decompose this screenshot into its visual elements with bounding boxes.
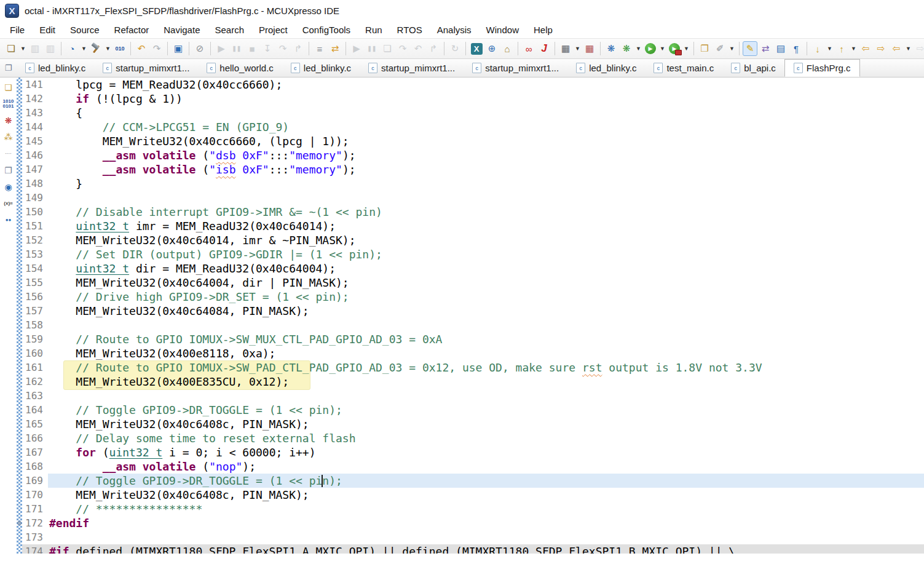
instruction-stepping-button[interactable]: ≡ <box>312 41 327 56</box>
line-number[interactable]: 146 <box>22 148 48 162</box>
line-number[interactable]: 165 <box>22 417 48 431</box>
clock-dropdown[interactable]: ▼ <box>80 41 88 56</box>
show-whitespace-button[interactable]: ¶ <box>789 41 804 56</box>
annotation-ruler[interactable] <box>17 77 22 554</box>
code-text[interactable]: MEM_WriteU32(0x40c64004, dir | PIN_MASK)… <box>48 276 924 290</box>
line-number[interactable]: 144 <box>22 120 48 134</box>
menu-item-project[interactable]: Project <box>251 23 295 37</box>
clock-button[interactable]: ◔ <box>65 41 79 56</box>
step-return2-button[interactable]: ↱ <box>426 41 441 56</box>
menu-item-navigate[interactable]: Navigate <box>156 23 207 37</box>
code-text[interactable]: } <box>48 177 924 191</box>
line-number[interactable]: 163 <box>22 389 48 403</box>
line-number[interactable]: 171 <box>22 502 48 516</box>
restore-view2-icon[interactable]: ❐ <box>1 164 16 177</box>
tab-startup_mimxrt1-[interactable]: cstartup_mimxrt1... <box>464 59 567 77</box>
line-number[interactable]: 162 <box>22 375 48 389</box>
code-text[interactable]: MEM_WriteU32(0x40cc6660, (lpcg | 1)); <box>48 134 924 148</box>
last-edit-location-button[interactable]: ▤ <box>773 41 788 56</box>
flash-chip-dropdown[interactable]: ▼ <box>574 41 582 56</box>
terminate-button[interactable]: ■ <box>245 41 259 56</box>
suspend-button[interactable]: ❚❚ <box>229 41 244 56</box>
build-hammer-button[interactable] <box>89 41 103 56</box>
back-button[interactable]: ⇦ <box>889 41 904 56</box>
peripherals-hierarchy-icon[interactable]: ⁂ <box>1 130 16 144</box>
menu-item-run[interactable]: Run <box>358 23 390 37</box>
quickstart-power-icon[interactable]: ◉ <box>1 180 16 194</box>
tab-bl_api-c[interactable]: cbl_api.c <box>722 59 784 77</box>
previous-annotation-dropdown[interactable]: ▼ <box>850 41 858 56</box>
line-number[interactable]: 156 <box>22 290 48 304</box>
line-number[interactable]: 164 <box>22 403 48 417</box>
code-text[interactable]: MEM_WriteU32(0x40c64084, PIN_MASK); <box>48 304 924 318</box>
menu-item-source[interactable]: Source <box>63 23 107 37</box>
code-text[interactable]: // Drive high GPIO9->DR_SET = (1 << pin)… <box>48 290 924 304</box>
jlink-button[interactable]: J <box>537 41 551 56</box>
restore-view-icon[interactable]: ❐ <box>0 59 17 77</box>
trace-button[interactable]: ⇄ <box>328 41 342 56</box>
menu-item-window[interactable]: Window <box>479 23 526 37</box>
code-text[interactable]: __asm volatile ("nop"); <box>48 459 924 474</box>
code-text[interactable]: // Route to GPIO IOMUX->SW_MUX_CTL_PAD_G… <box>48 332 924 346</box>
code-text[interactable] <box>48 318 924 332</box>
line-number[interactable]: 173 <box>22 530 48 544</box>
import-folder-button[interactable]: ❐ <box>697 41 712 56</box>
line-number[interactable]: 160 <box>22 346 48 360</box>
code-text[interactable]: __asm volatile ("dsb 0xF":::"memory"); <box>48 148 924 162</box>
step-into-button[interactable]: ↧ <box>260 41 275 56</box>
profile-button[interactable]: ▶ <box>667 41 682 56</box>
line-number[interactable]: 159 <box>22 332 48 346</box>
debug-bug-blue-button[interactable]: ❋ <box>604 41 618 56</box>
save-all-button[interactable]: ▥ <box>43 41 58 56</box>
resume2-button[interactable]: ▶ <box>349 41 364 56</box>
save-button[interactable]: ▥ <box>28 41 42 56</box>
fault-bug-icon[interactable]: ❋ <box>1 114 16 127</box>
tab-test_main-c[interactable]: ctest_main.c <box>645 59 722 77</box>
pen-dropdown[interactable]: ▼ <box>728 41 736 56</box>
code-text[interactable]: uint32_t imr = MEM_ReadU32(0x40c64014); <box>48 219 924 233</box>
code-text[interactable]: MEM_WriteU32(0x40c6408c, PIN_MASK); <box>48 488 924 502</box>
code-text[interactable]: // CCM->LPCG51 = EN (GPIO_9) <box>48 120 924 134</box>
debug-dropdown[interactable]: ▼ <box>634 41 642 56</box>
line-number[interactable]: 174 <box>22 544 48 554</box>
tab-led_blinky-c[interactable]: cled_blinky.c <box>567 59 645 77</box>
line-number[interactable]: 150 <box>22 205 48 219</box>
mcuxpresso-x-button[interactable]: X <box>469 41 484 56</box>
menu-item-analysis[interactable]: Analysis <box>430 23 479 37</box>
home-button[interactable]: ⌂ <box>500 41 515 56</box>
back-dropdown[interactable]: ▼ <box>904 41 912 56</box>
previous-annotation-button[interactable]: ↑ <box>834 41 849 56</box>
line-number[interactable]: 142 <box>22 92 48 106</box>
line-number[interactable]: 169 <box>22 474 48 488</box>
restart-button[interactable]: ↻ <box>448 41 462 56</box>
tab-led_blinky-c[interactable]: cled_blinky.c <box>282 59 360 77</box>
line-number[interactable]: 155 <box>22 276 48 290</box>
step-return-button[interactable]: ↱ <box>291 41 306 56</box>
breakpoints-icon[interactable]: ●● <box>1 213 16 227</box>
code-text[interactable]: // **************** <box>48 502 924 516</box>
line-number[interactable]: 152 <box>22 233 48 247</box>
code-text[interactable] <box>48 530 924 544</box>
next-annotation-button[interactable]: ↓ <box>810 41 825 56</box>
line-number[interactable]: 168 <box>22 459 48 474</box>
binary-010-button[interactable]: 010 <box>113 41 127 56</box>
line-number[interactable]: 153 <box>22 247 48 261</box>
forward-to-edit-button[interactable]: ⇨ <box>874 41 888 56</box>
tab-hello_world-c[interactable]: chello_world.c <box>198 59 282 77</box>
code-text[interactable]: // Toggle GPIO9->DR_TOGGLE = (1 << pin); <box>48 403 924 417</box>
code-text[interactable]: { <box>48 106 924 120</box>
menu-item-configtools[interactable]: ConfigTools <box>295 23 358 37</box>
step-over2-button[interactable]: ↷ <box>395 41 410 56</box>
code-text[interactable] <box>48 191 924 205</box>
code-text[interactable] <box>48 389 924 403</box>
back-to-edit-button[interactable]: ⇦ <box>858 41 873 56</box>
line-number[interactable]: 166 <box>22 431 48 445</box>
mark-occurrences-button[interactable]: ✎ <box>743 41 757 56</box>
code-area[interactable]: 141 lpcg = MEM_ReadU32(0x40cc6660);142 i… <box>22 77 924 554</box>
line-number[interactable]: 149 <box>22 191 48 205</box>
line-number[interactable]: 143 <box>22 106 48 120</box>
forward-button[interactable]: ⇨ <box>913 41 924 56</box>
line-number[interactable]: 154 <box>22 261 48 276</box>
new-wizard-button[interactable]: ❏ <box>4 41 18 56</box>
pen-button[interactable]: ✐ <box>713 41 727 56</box>
